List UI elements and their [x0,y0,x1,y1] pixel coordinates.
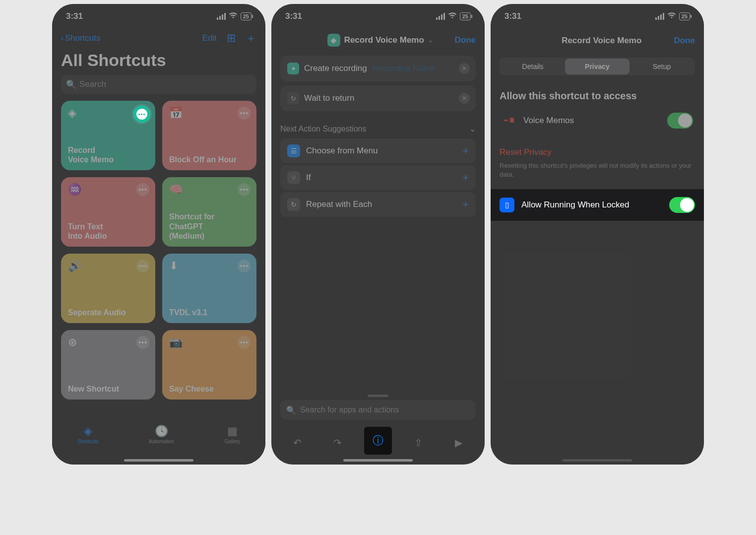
done-button[interactable]: Done [454,35,476,45]
nav-bar: Record Voice Memo Done [491,29,704,53]
shortcut-tile[interactable]: 🔊 ••• Seperate Audio [61,254,155,323]
shortcut-tile[interactable]: 📷 ••• Say Cheese [162,330,256,400]
search-icon: 🔍 [66,79,76,90]
chevron-left-icon: ‹ [61,33,64,43]
tile-more-button[interactable]: ••• [238,260,251,272]
gallery-icon: ▦ [227,425,238,438]
tab-shortcuts[interactable]: ◈Shortcuts [77,425,98,444]
voice-memos-icon [502,113,516,128]
wifi-icon [667,11,676,21]
repeat-icon: ↻ [287,198,300,211]
signal-icon [217,13,226,20]
reset-privacy-button[interactable]: Reset Privacy [491,140,704,161]
segment-details[interactable]: Details [501,59,565,74]
status-bar: 3:31 25 [271,4,485,29]
shortcut-tile[interactable]: ⊛ ••• New Shortcut [61,330,155,400]
suggestion-label: If [306,173,311,183]
home-indicator[interactable] [343,459,413,462]
wifi-icon [448,11,457,21]
sheet-handle[interactable] [368,395,388,397]
add-suggestion-button[interactable]: + [462,198,469,211]
add-suggestion-button[interactable]: + [462,171,469,184]
tab-gallery[interactable]: ▦Gallery [224,425,240,444]
suggestion-row[interactable]: ↻ Repeat with Each + [280,192,476,217]
menu-icon: ☰ [287,144,300,157]
share-button[interactable]: ⇧ [408,433,428,453]
search-placeholder: Search [79,79,106,89]
undo-button[interactable]: ↶ [288,433,308,453]
wait-icon: ↻ [287,92,299,104]
shortcut-tile[interactable]: 🧠 ••• Shortcut for ChatGPT (Medium) [162,177,256,247]
tile-label: Record Voice Memo [68,145,148,164]
tile-more-button[interactable]: ••• [136,183,149,196]
shortcut-tile[interactable]: ♒ ••• Turn Text Into Audio [61,177,155,247]
status-bar: 3:31 25 [491,4,704,29]
segment-setup[interactable]: Setup [630,59,694,74]
shortcut-title[interactable]: ◈ Record Voice Memo ⌄ [327,34,433,47]
lock-phone-icon: ▯ [500,198,514,212]
grid-icon[interactable]: ⊞ [227,32,236,45]
automation-icon: 🕓 [155,425,168,438]
home-indicator[interactable] [563,459,632,462]
shortcut-tile[interactable]: ••• ◈ ••• Record Voice Memo [61,101,155,170]
chevron-down-icon: ⌄ [428,37,433,44]
tile-more-button[interactable]: ••• [136,260,149,272]
branch-icon: ⑂ [287,171,300,184]
back-button[interactable]: ‹ Shortcuts [61,33,100,43]
locked-label: Allow Running When Locked [521,200,629,210]
signal-icon [655,13,664,20]
action-param[interactable]: Recording Name [372,64,436,73]
remove-action-button[interactable]: ✕ [459,93,470,104]
add-suggestion-button[interactable]: + [462,144,469,157]
search-placeholder: Search for apps and actions [300,405,399,414]
action-create-recording[interactable]: ✦ Create recording Recording Name ✕ [280,56,476,81]
tile-more-button[interactable]: ••• [238,336,251,349]
battery-icon: 25 [241,12,252,20]
tab-bar: ◈Shortcuts 🕓Automation ▦Gallery [52,420,265,465]
search-input[interactable]: 🔍 Search [61,75,256,94]
suggestion-row[interactable]: ⑂ If + [280,165,476,190]
shortcut-color-icon: ◈ [327,34,340,47]
tile-more-highlight[interactable]: ••• [133,106,150,123]
segment-privacy[interactable]: Privacy [565,59,630,74]
tab-automation[interactable]: 🕓Automation [149,425,174,444]
tile-more-button[interactable]: ••• [238,183,251,196]
status-time: 3:31 [504,11,521,21]
page-title: Record Voice Memo [562,36,641,46]
tile-more-button[interactable]: ••• [136,336,149,349]
locked-toggle[interactable] [669,197,695,213]
home-indicator[interactable] [124,459,193,462]
suggestion-row[interactable]: ☰ Choose from Menu + [280,138,476,163]
suggestions-header[interactable]: Next Action Suggestions ⌄ [271,115,485,136]
redo-button[interactable]: ↷ [328,433,348,453]
remove-action-button[interactable]: ✕ [459,63,470,74]
status-time: 3:31 [285,11,302,21]
access-toggle[interactable] [667,113,693,129]
search-icon: 🔍 [286,405,296,415]
add-button[interactable]: ＋ [246,31,256,46]
chevron-down-icon: ⌄ [469,124,476,134]
voice-memo-icon: ✦ [287,63,299,74]
tile-more-button[interactable]: ••• [238,107,251,120]
access-row-voice-memos: Voice Memos [500,109,695,133]
reset-privacy-note: Resetting this shortcut's privileges wil… [491,161,704,189]
tile-label: Shortcut for ChatGPT (Medium) [169,212,250,241]
status-time: 3:31 [66,11,83,21]
action-text: Create recording [304,64,367,73]
segment-control[interactable]: Details Privacy Setup [500,58,695,75]
shortcut-tile[interactable]: 📅 ••• Block Off an Hour [162,101,256,170]
tile-label: New Shortcut [68,384,148,394]
action-search-input[interactable]: 🔍 Search for apps and actions [280,400,476,420]
screen-privacy-settings: 3:31 25 Record Voice Memo Done Details P… [491,4,704,465]
wifi-icon [229,11,238,21]
done-button[interactable]: Done [674,36,695,46]
back-label: Shortcuts [65,33,101,43]
nav-bar: ◈ Record Voice Memo ⌄ Done [271,29,485,52]
access-label: Voice Memos [523,116,574,126]
info-button-highlight[interactable]: ⓘ [364,427,392,455]
edit-button[interactable]: Edit [202,33,217,43]
run-button[interactable]: ▶ [448,433,468,453]
page-title: All Shortcuts [52,49,265,75]
action-wait-return[interactable]: ↻ Wait to return ✕ [280,85,476,111]
shortcut-tile[interactable]: ⬇ ••• TVDL v3.1 [162,254,256,323]
